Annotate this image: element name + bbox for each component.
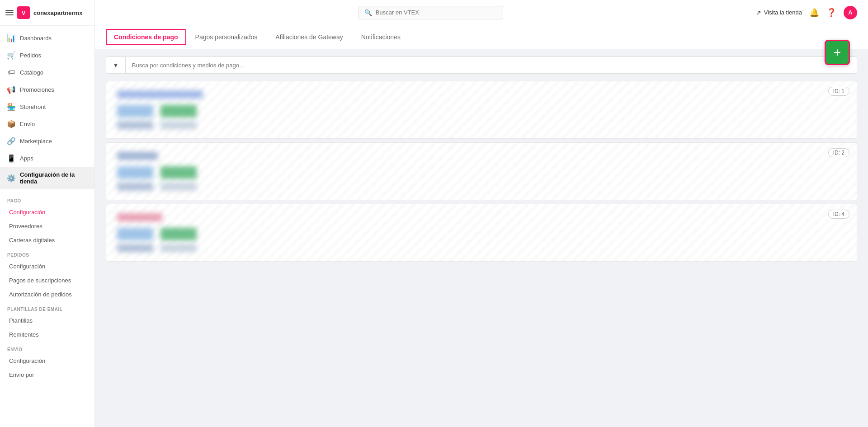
sidebar-item-label: Pedidos [20, 52, 41, 59]
sidebar-sub-item-configuracion-pago[interactable]: Configuración [0, 205, 94, 219]
tab-afiliaciones-gateway[interactable]: Afiliaciones de Gateway [266, 26, 352, 49]
sidebar-item-label: Promociones [20, 86, 54, 93]
catalogo-icon: 🏷 [7, 68, 15, 76]
sidebar-sub-item-remitentes[interactable]: Remitentes [0, 328, 94, 342]
help-icon[interactable]: ❓ [826, 8, 836, 18]
payment-condition-card-1[interactable]: ID: 1 [106, 81, 857, 139]
notifications-icon[interactable]: 🔔 [809, 8, 819, 18]
sidebar-item-dashboards[interactable]: 📊 Dashboards [0, 29, 94, 47]
card-info-row-3 [117, 244, 846, 252]
sidebar-sub-item-carteras[interactable]: Carteras digitales [0, 233, 94, 247]
filter-input[interactable] [126, 57, 857, 73]
sidebar-sub-item-configuracion-pedidos[interactable]: Configuración [0, 259, 94, 273]
card-info-3 [117, 183, 153, 191]
filter-bar: ▼ [106, 56, 857, 74]
topbar: 🔍 ↗ Visita la tienda 🔔 ❓ A [95, 0, 868, 25]
card-title-row-2 [117, 152, 846, 161]
sidebar-section-pago: PAGO Configuración Proveedores Carteras … [0, 193, 94, 247]
card-id-2: ID: 2 [828, 148, 849, 157]
sidebar-item-catalogo[interactable]: 🏷 Catálogo [0, 64, 94, 81]
brand-name: conexapartnermx [33, 9, 82, 16]
card-info-5 [117, 244, 153, 252]
card-badge-5 [117, 228, 153, 240]
search-bar[interactable]: 🔍 [359, 6, 503, 19]
sidebar-item-envio[interactable]: 📦 Envío [0, 115, 94, 132]
sidebar-sub-item-pagos-suscripciones[interactable]: Pagos de suscripciones [0, 273, 94, 287]
card-id-1: ID: 1 [828, 87, 849, 96]
payment-condition-card-2[interactable]: ID: 2 [106, 142, 857, 200]
card-info-row-2 [117, 183, 846, 191]
visit-store-button[interactable]: ↗ Visita la tienda [756, 9, 802, 16]
pedidos-icon: 🛒 [7, 51, 15, 59]
sidebar-item-label: Storefront [20, 103, 46, 110]
card-info-row-1 [117, 121, 846, 129]
card-title-blur-3 [117, 213, 162, 221]
card-badges-row-3 [117, 228, 846, 240]
payment-condition-card-3[interactable]: ID: 4 [106, 204, 857, 262]
sidebar-item-pedidos[interactable]: 🛒 Pedidos [0, 47, 94, 64]
sidebar-section-pedidos: PEDIDOS Configuración Pagos de suscripci… [0, 247, 94, 301]
apps-icon: 📱 [7, 154, 15, 162]
plus-icon: + [834, 49, 841, 59]
sidebar-item-label: Marketplace [20, 138, 52, 145]
sidebar-header: V conexapartnermx [0, 0, 94, 26]
filter-button[interactable]: ▼ [106, 57, 126, 73]
content-area: ▼ + ID: 1 ID: 2 [95, 49, 868, 427]
sidebar-item-label: Envío [20, 121, 35, 127]
card-info-2 [160, 121, 197, 129]
card-info-1 [117, 121, 153, 129]
card-title-blur-1 [117, 90, 203, 99]
storefront-icon: 🏪 [7, 103, 15, 111]
card-badge-3 [117, 166, 153, 179]
sidebar-sub-item-autorizacion-pedidos[interactable]: Autorización de pedidos [0, 287, 94, 301]
sidebar-nav: 📊 Dashboards 🛒 Pedidos 🏷 Catálogo 📢 Prom… [0, 26, 94, 193]
topbar-right: ↗ Visita la tienda 🔔 ❓ A [756, 6, 857, 19]
dashboards-icon: 📊 [7, 34, 15, 42]
sidebar-item-promociones[interactable]: 📢 Promociones [0, 81, 94, 98]
sidebar-section-plantillas: PLANTILLAS DE EMAIL Plantillas Remitente… [0, 301, 94, 342]
sidebar: V conexapartnermx 📊 Dashboards 🛒 Pedidos… [0, 0, 95, 427]
tab-notificaciones[interactable]: Notificaciones [352, 26, 410, 49]
card-badge-2 [160, 105, 197, 117]
sidebar-sub-item-plantillas[interactable]: Plantillas [0, 314, 94, 328]
envio-icon: 📦 [7, 120, 15, 128]
user-avatar[interactable]: A [844, 6, 857, 19]
marketplace-icon: 🔗 [7, 137, 15, 145]
sidebar-item-storefront[interactable]: 🏪 Storefront [0, 98, 94, 115]
card-badge-4 [160, 166, 197, 179]
sidebar-item-label: Configuración de la tienda [20, 171, 87, 185]
card-id-4: ID: 4 [828, 210, 849, 219]
card-badges-row-1 [117, 105, 846, 117]
configuracion-icon: ⚙️ [7, 174, 15, 182]
external-link-icon: ↗ [756, 9, 761, 16]
add-payment-condition-button[interactable]: + [825, 49, 850, 65]
sidebar-item-apps[interactable]: 📱 Apps [0, 150, 94, 167]
card-title-blur-2 [117, 152, 158, 160]
filter-icon: ▼ [113, 61, 119, 69]
section-title-plantillas: PLANTILLAS DE EMAIL [0, 301, 94, 314]
card-badge-6 [160, 228, 197, 240]
tab-bar: Condiciones de pago Pagos personalizados… [95, 25, 868, 49]
section-title-envio: ENVÍO [0, 342, 94, 354]
hamburger-menu[interactable] [5, 10, 14, 15]
section-title-pago: PAGO [0, 193, 94, 205]
card-badges-row-2 [117, 166, 846, 179]
sidebar-item-configuracion[interactable]: ⚙️ Configuración de la tienda [0, 167, 94, 189]
sidebar-item-label: Catálogo [20, 69, 43, 76]
sidebar-section-envio: ENVÍO Configuración Envío por [0, 342, 94, 382]
sidebar-sub-item-proveedores[interactable]: Proveedores [0, 219, 94, 233]
vtex-logo: V [17, 6, 30, 19]
sidebar-item-label: Apps [20, 155, 33, 162]
sidebar-sub-item-envio-por[interactable]: Envío por [0, 368, 94, 382]
card-title-row-3 [117, 213, 846, 222]
sidebar-item-marketplace[interactable]: 🔗 Marketplace [0, 132, 94, 150]
promociones-icon: 📢 [7, 85, 15, 94]
section-title-pedidos: PEDIDOS [0, 247, 94, 259]
search-input[interactable] [376, 9, 497, 16]
tab-pagos-personalizados[interactable]: Pagos personalizados [186, 26, 267, 49]
main-area: 🔍 ↗ Visita la tienda 🔔 ❓ A Condiciones d… [95, 0, 868, 427]
search-icon: 🔍 [364, 9, 372, 16]
card-badge-1 [117, 105, 153, 117]
tab-condiciones-pago[interactable]: Condiciones de pago [106, 29, 186, 45]
sidebar-sub-item-configuracion-envio[interactable]: Configuración [0, 354, 94, 368]
